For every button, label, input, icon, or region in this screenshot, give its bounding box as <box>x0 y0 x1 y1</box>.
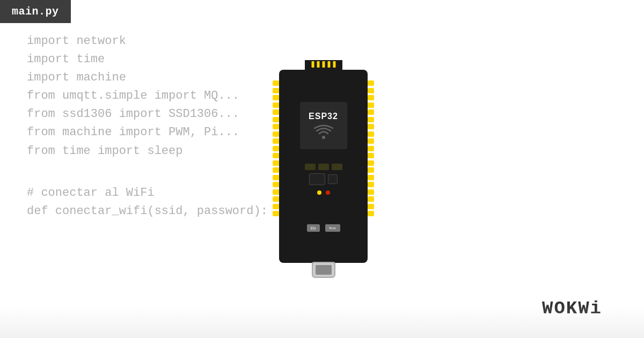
antenna-line-1 <box>311 61 314 68</box>
antenna-line-3 <box>322 61 325 68</box>
pin-l-1 <box>273 80 279 86</box>
pin-l-16 <box>273 189 279 195</box>
pins-left <box>273 80 279 216</box>
wokwi-logo: WOKWi <box>542 294 617 323</box>
pin-r-2 <box>368 88 374 93</box>
pin-l-17 <box>273 196 279 202</box>
tab-bar: main.py <box>0 0 71 23</box>
svg-text:WOKWi: WOKWi <box>542 298 602 318</box>
tab-label: main.py <box>12 5 59 18</box>
esp-chip: ESP32 <box>300 102 347 149</box>
board-body: ESP32 <box>279 70 368 263</box>
pin-r-12 <box>368 160 374 166</box>
pin-r-14 <box>368 175 374 180</box>
esp32-board: ESP32 <box>279 70 368 263</box>
pin-r-18 <box>368 204 374 209</box>
pin-l-10 <box>273 146 279 151</box>
pin-l-5 <box>273 109 279 115</box>
wokwi-logo-text: WOKWi <box>542 303 617 323</box>
pin-l-3 <box>273 95 279 100</box>
tab-main-py[interactable]: main.py <box>0 0 71 23</box>
pin-l-14 <box>273 175 279 180</box>
antenna-line-4 <box>327 61 330 68</box>
pin-l-13 <box>273 167 279 173</box>
code-line-1: import network <box>27 32 617 50</box>
pin-r-9 <box>368 138 374 144</box>
pin-l-7 <box>273 124 279 129</box>
pin-r-1 <box>368 80 374 86</box>
wokwi-svg-logo: WOKWi <box>542 294 617 318</box>
pin-r-16 <box>368 189 374 195</box>
pin-r-8 <box>368 131 374 137</box>
pin-l-8 <box>273 131 279 137</box>
pin-r-4 <box>368 102 374 108</box>
svg-point-0 <box>322 136 325 139</box>
antenna-line-2 <box>317 61 319 68</box>
antenna-lines <box>311 61 335 68</box>
pin-l-9 <box>273 138 279 144</box>
pin-r-7 <box>368 124 374 129</box>
pin-l-18 <box>273 204 279 209</box>
pin-r-3 <box>368 95 374 100</box>
pin-r-15 <box>368 182 374 187</box>
pin-r-13 <box>368 167 374 173</box>
pin-r-6 <box>368 117 374 122</box>
esp-chip-label: ESP32 <box>309 112 338 121</box>
pin-r-10 <box>368 146 374 151</box>
pin-r-19 <box>368 211 374 216</box>
pin-l-15 <box>273 182 279 187</box>
usb-connector <box>312 262 335 278</box>
pin-r-17 <box>368 196 374 202</box>
pin-l-4 <box>273 102 279 108</box>
pin-l-12 <box>273 160 279 166</box>
pin-l-6 <box>273 117 279 122</box>
usb-inner <box>316 265 332 275</box>
main-container: main.py import network import time impor… <box>0 0 644 338</box>
pin-l-11 <box>273 153 279 158</box>
wifi-icon <box>314 124 333 139</box>
pin-r-5 <box>368 109 374 115</box>
pin-l-2 <box>273 88 279 93</box>
pin-r-11 <box>368 153 374 158</box>
antenna-line-5 <box>333 61 335 68</box>
pins-right <box>368 80 374 216</box>
pin-l-19 <box>273 211 279 216</box>
